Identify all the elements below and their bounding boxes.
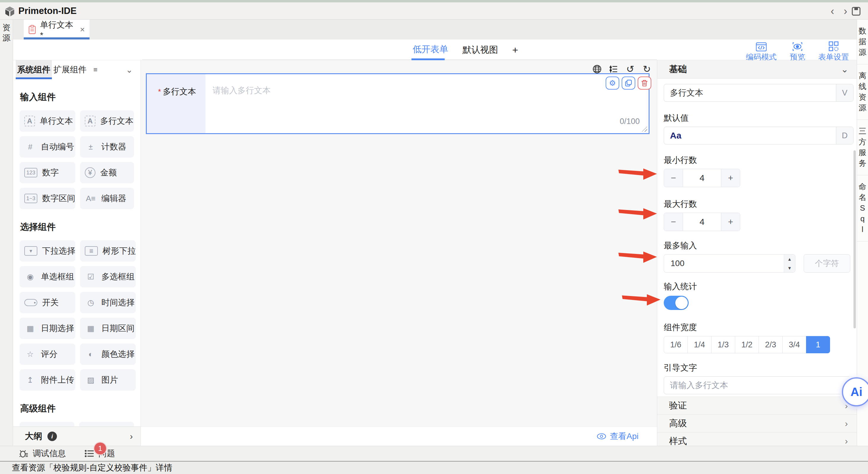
selected-field-multiline-text[interactable]: *多行文本 请输入多行文本 0/100 ⚙ [146,73,650,134]
palette-item[interactable]: ☆评分 [20,344,75,365]
palette-item[interactable]: #自动编号 [20,136,75,157]
palette-item[interactable]: ±计数器 [80,136,134,157]
field-title-input[interactable]: 多行文本 V [664,84,854,102]
width-option-1-2[interactable]: 1/2 [735,336,759,353]
palette-item[interactable]: ◐颜色选择 [80,344,136,365]
save-icon[interactable] [851,6,861,16]
ai-assistant-button[interactable]: Ai [842,377,868,406]
field-textarea[interactable]: 请输入多行文本 0/100 [206,74,649,133]
max-rows-value[interactable]: 4 [683,213,721,231]
palette-item[interactable]: A多行文本 [80,110,134,132]
number-spinner: ▲ ▼ [784,255,795,272]
input-stats-toggle[interactable] [664,296,689,310]
component-label: 颜色选择 [101,349,134,360]
guide-text-input[interactable]: 请输入多行文本 [664,377,854,394]
right-rail-item-1[interactable]: 离线资源 [857,64,868,120]
width-option-3-4[interactable]: 3/4 [782,336,806,353]
minus-button[interactable]: − [664,169,683,187]
document-tab[interactable]: 单行文本* × [24,20,90,39]
width-option-1-4[interactable]: 1/4 [687,336,711,353]
view-api-row: 查看Api [141,426,657,446]
component-label: 评分 [41,349,58,360]
field-settings-button[interactable]: ⚙ [606,77,619,90]
width-option-1[interactable]: 1 [806,336,830,353]
right-rail-item-0[interactable]: 数据源 [857,20,868,64]
plus-button[interactable]: + [721,213,740,231]
width-option-2-3[interactable]: 2/3 [758,336,783,353]
add-view-button[interactable]: + [512,44,518,56]
palette-item[interactable]: 1~3数字区间 [20,188,75,209]
data-bind-button[interactable]: D [836,127,853,144]
tab-default-view[interactable]: 默认视图 [462,44,498,56]
toggle-knob [675,297,688,309]
palette-item[interactable]: A≡编辑器 [80,188,134,209]
min-rows-value[interactable]: 4 [683,169,721,187]
palette-item[interactable]: ○人员选择 [20,422,74,426]
component-icon: 1~3 [24,194,37,203]
palette-item[interactable]: ☑多选框组 [80,266,136,288]
view-api-link[interactable]: 查看Api [596,431,639,442]
minus-button[interactable]: − [664,213,683,231]
palette-item[interactable]: ▾下拉选择 [20,240,75,262]
nav-forward-icon[interactable]: › [840,4,851,19]
palette-item[interactable]: ≣树形下拉 [80,240,136,262]
palette-item[interactable]: ▦日期区间 [80,318,136,339]
required-asterisk: * [158,87,161,96]
width-option-1-6[interactable]: 1/6 [664,336,688,353]
preview-button[interactable]: 预览 [790,41,805,62]
tab-low-code-form[interactable]: 低开表单 [413,43,448,57]
palette-item[interactable]: 品机构选择 [79,422,134,426]
inspector-scrollbar[interactable] [854,150,856,328]
width-option-1-3[interactable]: 1/3 [711,336,735,353]
default-value-label: 默认值 [664,113,850,123]
component-label: 时间选择 [101,297,134,308]
plus-button[interactable]: + [721,169,740,187]
resize-handle[interactable] [642,126,647,132]
form-settings-button[interactable]: 表单设置 [818,41,849,62]
redo-icon[interactable]: ↻ [642,64,652,75]
palette-item[interactable]: ●开关 [20,292,75,313]
inspector-panel: 基础 ⌄ 多行文本 V 默认值 Aa D 最小行数 − 4 + 最大行数 − 4… [657,60,857,446]
code-mode-button[interactable]: 编码模式 [746,41,777,62]
default-value-input[interactable]: Aa D [664,127,854,144]
debug-info-button[interactable]: 调试信息 [19,448,66,459]
inspector-section-样式[interactable]: 样式› [657,432,857,446]
spinner-up-icon[interactable]: ▲ [784,255,795,263]
palette-item[interactable]: ◉单选框组 [20,266,75,288]
nav-back-icon[interactable]: ‹ [827,4,838,19]
field-copy-button[interactable] [622,77,635,90]
problems-count-badge: 1 [94,443,106,454]
palette-item[interactable]: ▨图片 [80,369,136,391]
min-rows-label: 最小行数 [664,155,850,165]
inspector-section-验证[interactable]: 验证› [657,396,857,414]
palette-item[interactable]: ¥金额 [80,162,134,183]
palette-item[interactable]: A单行文本 [20,110,75,132]
right-rail-item-3[interactable]: 命名Sql [857,175,868,241]
palette-list-icon[interactable]: ≡ [93,65,97,74]
palette-item[interactable]: ▦日期选择 [20,318,75,339]
component-label: 开关 [42,297,59,308]
close-icon[interactable]: × [80,25,85,34]
max-input-number[interactable]: 100 ▲ ▼ [664,254,795,273]
chevron-right-icon[interactable]: › [130,431,133,441]
tab-system-components[interactable]: 系统组件 [16,60,52,79]
document-tab-label: 单行文本* [40,19,75,40]
palette-item[interactable]: 123数字 [20,162,75,183]
right-rail-item-2[interactable]: 三方服务 [857,120,868,175]
spinner-down-icon[interactable]: ▼ [784,263,795,272]
palette-item[interactable]: ◷时间选择 [80,292,136,313]
globe-icon[interactable] [592,64,602,75]
field-delete-button[interactable] [638,77,651,90]
outline-row[interactable]: 大纲 i › [13,426,141,446]
form-canvas[interactable]: ↺ ↻ *多行文本 请输入多行文本 0/100 ⚙ [141,60,657,446]
left-rail-resources[interactable]: 资源 [0,20,13,461]
inspector-section-高级[interactable]: 高级› [657,414,857,432]
chevron-down-icon[interactable]: ⌄ [841,64,848,75]
palette-item[interactable]: ↥附件上传 [20,369,75,391]
chevron-down-icon[interactable]: ⌄ [126,65,133,75]
inspector-section-basic[interactable]: 基础 ⌄ [657,60,857,79]
tab-extension-components[interactable]: 扩展组件 [52,60,88,79]
variable-bind-button[interactable]: V [836,84,853,101]
outline-tree-icon[interactable] [608,64,619,75]
undo-icon[interactable]: ↺ [625,64,636,75]
